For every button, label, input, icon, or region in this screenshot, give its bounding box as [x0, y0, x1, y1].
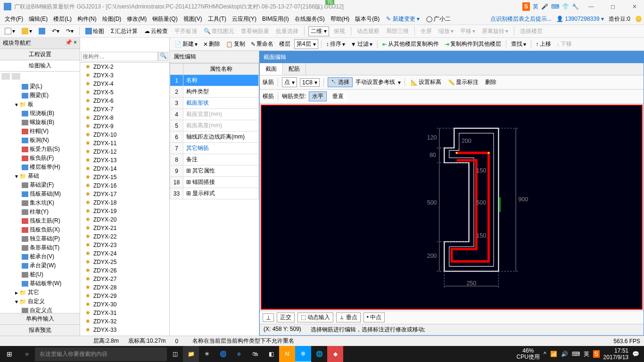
- tree-item[interactable]: 条形基础(T): [2, 243, 78, 252]
- pan-button[interactable]: 平移 ▾: [458, 26, 477, 36]
- component-item[interactable]: ZDYX-10: [80, 131, 169, 139]
- component-item[interactable]: ZDYX-13: [80, 156, 169, 165]
- prop-row[interactable]: 5截面高度(mm): [170, 120, 259, 132]
- tray-ime[interactable]: S: [593, 350, 600, 358]
- tree-item[interactable]: ▾ 📁 基础: [2, 172, 78, 181]
- select-floor-button[interactable]: 选择楼层: [518, 26, 545, 36]
- ime-tool-icon[interactable]: 🔧: [572, 3, 579, 10]
- tree-item[interactable]: 基础板带(W): [2, 279, 78, 288]
- nav-tab-report[interactable]: 报表预览: [0, 324, 80, 336]
- copy-from-button[interactable]: ⇤ 从其他楼层复制构件: [380, 39, 441, 49]
- cloud-check-button[interactable]: ☁ 云检查: [142, 26, 170, 36]
- tray-kbd-icon[interactable]: ⌨: [572, 351, 580, 357]
- component-item[interactable]: ZDYX-34: [80, 334, 169, 336]
- close-button[interactable]: ✕: [625, 3, 644, 10]
- taskbar-search[interactable]: 在这里输入你要搜索的内容: [35, 347, 167, 361]
- tab-rebar[interactable]: 配筋: [283, 63, 306, 75]
- start-button[interactable]: ⊞: [0, 350, 19, 358]
- view-rebar-button[interactable]: 查看钢筋量: [239, 26, 271, 36]
- tree-item[interactable]: 螺旋板(B): [2, 118, 78, 127]
- set-height-button[interactable]: 📐 设置标高: [409, 77, 443, 87]
- tray-up-icon[interactable]: ^: [544, 351, 546, 357]
- tree-item[interactable]: 柱帽(V): [2, 127, 78, 136]
- menu-item[interactable]: 版本号(B): [352, 15, 382, 23]
- menu-item[interactable]: BIM应用(I): [259, 15, 292, 23]
- prop-row[interactable]: 9⊞ 其它属性: [170, 165, 259, 177]
- vertical-button[interactable]: 垂直: [330, 92, 347, 101]
- menu-item[interactable]: 云应用(Y): [229, 15, 259, 23]
- redo-button[interactable]: ↷▾: [64, 27, 75, 35]
- ime-gear-icon[interactable]: 👕: [562, 3, 569, 10]
- ime-kbd-icon[interactable]: ⌨: [551, 3, 559, 10]
- down-button[interactable]: ↓ 下移: [555, 39, 574, 49]
- tb-app-4[interactable]: ◧: [263, 346, 279, 362]
- tree-item[interactable]: 圈梁(E): [2, 91, 78, 100]
- tray-notif-icon[interactable]: 💬: [632, 351, 639, 357]
- sort-button[interactable]: ↕ 排序 ▾: [324, 39, 347, 49]
- tree-item[interactable]: 梁(L): [2, 82, 78, 91]
- menu-item[interactable]: 修改(M): [124, 15, 149, 23]
- phone[interactable]: 👤 13907298339 ▾: [556, 16, 604, 22]
- tree-item[interactable]: 桩(U): [2, 270, 78, 279]
- point-combo[interactable]: 点 ▾: [282, 77, 297, 87]
- component-item[interactable]: ZDYX-23: [80, 241, 169, 249]
- top-view-button[interactable]: 俯视: [332, 26, 347, 36]
- nav-tab-single[interactable]: 单构件输入: [0, 313, 80, 324]
- tb-app-8[interactable]: ◆: [327, 346, 343, 362]
- component-item[interactable]: ZDYX-31: [80, 309, 169, 317]
- maximize-button[interactable]: ◻: [603, 3, 622, 10]
- flat-button[interactable]: 平齐板顶: [173, 26, 199, 36]
- open-file-button[interactable]: ▾: [20, 27, 34, 35]
- component-item[interactable]: ZDYX-12: [80, 148, 169, 156]
- prop-row[interactable]: 6轴线距左边线距离(mm): [170, 132, 259, 143]
- batch-button[interactable]: 批量选择: [274, 26, 300, 36]
- del-comp-button[interactable]: ✕ 删除: [201, 39, 222, 49]
- component-item[interactable]: ZDYX-15: [80, 173, 169, 181]
- prop-row[interactable]: 18⊞ 锚固搭接: [170, 177, 259, 188]
- menu-item[interactable]: 钢筋量(Q): [149, 15, 180, 23]
- tb-app-2[interactable]: ✳: [199, 346, 215, 362]
- find-button[interactable]: 🔍 查找图元: [202, 26, 236, 36]
- tree-item[interactable]: 板受力筋(S): [2, 145, 78, 154]
- new-file-button[interactable]: ▾: [3, 27, 17, 35]
- search-input[interactable]: [81, 52, 158, 61]
- mode-2[interactable]: [12, 73, 20, 80]
- component-item[interactable]: ZDYX-16: [80, 181, 169, 190]
- tree-item[interactable]: 板洞(N): [2, 136, 78, 145]
- ime-icon[interactable]: S: [522, 2, 530, 11]
- tree-item[interactable]: 集水坑(K): [2, 198, 78, 207]
- component-item[interactable]: ZDYX-7: [80, 105, 169, 114]
- view-2d-combo[interactable]: 二维 ▾: [308, 26, 329, 36]
- prop-row[interactable]: 8备注: [170, 154, 259, 165]
- component-item[interactable]: ZDYX-26: [80, 266, 169, 275]
- ime-lang[interactable]: 英: [533, 3, 538, 11]
- component-item[interactable]: ZDYX-28: [80, 283, 169, 292]
- menu-item[interactable]: 在线服务(S): [292, 15, 328, 23]
- component-item[interactable]: ZDYX-33: [80, 326, 169, 334]
- tray-net-icon[interactable]: 📶: [550, 351, 557, 357]
- tree-item[interactable]: ▾ 📁 自定义: [2, 297, 78, 306]
- component-item[interactable]: ZDYX-19: [80, 207, 169, 215]
- component-item[interactable]: ZDYX-29: [80, 292, 169, 300]
- component-item[interactable]: ZDYX-32: [80, 317, 169, 326]
- prop-row[interactable]: 2构件类型: [170, 86, 259, 98]
- tb-app-5[interactable]: N: [279, 346, 295, 362]
- horizontal-button[interactable]: 水平: [309, 91, 327, 101]
- tb-app-1[interactable]: 📁: [183, 346, 199, 362]
- menu-item[interactable]: 楼层(L): [50, 15, 74, 23]
- nav-tab-draw[interactable]: 绘图输入: [0, 60, 80, 72]
- ortho-button[interactable]: 正交: [277, 313, 295, 322]
- task-view-icon[interactable]: ◫: [167, 346, 183, 362]
- select-tool-button[interactable]: ↖ 选择: [328, 77, 353, 87]
- prop-row[interactable]: 33⊞ 显示样式: [170, 188, 259, 199]
- tree-item[interactable]: 筏板主筋(R): [2, 216, 78, 225]
- new-comp-button[interactable]: 📄 新建 ▾: [173, 39, 199, 49]
- sum-button[interactable]: Σ 汇总计算: [109, 26, 140, 36]
- delete-rebar-button[interactable]: 删除: [483, 77, 498, 87]
- prop-row[interactable]: 1名称: [170, 75, 259, 86]
- component-item[interactable]: ZDYX-27: [80, 275, 169, 283]
- rebar-spec-combo[interactable]: 1C8 ▾: [300, 78, 320, 87]
- tree-item[interactable]: 现浇板(B): [2, 109, 78, 118]
- component-item[interactable]: ZDYX-18: [80, 198, 169, 207]
- rotate-button[interactable]: 屏幕旋转 ▾: [480, 26, 510, 36]
